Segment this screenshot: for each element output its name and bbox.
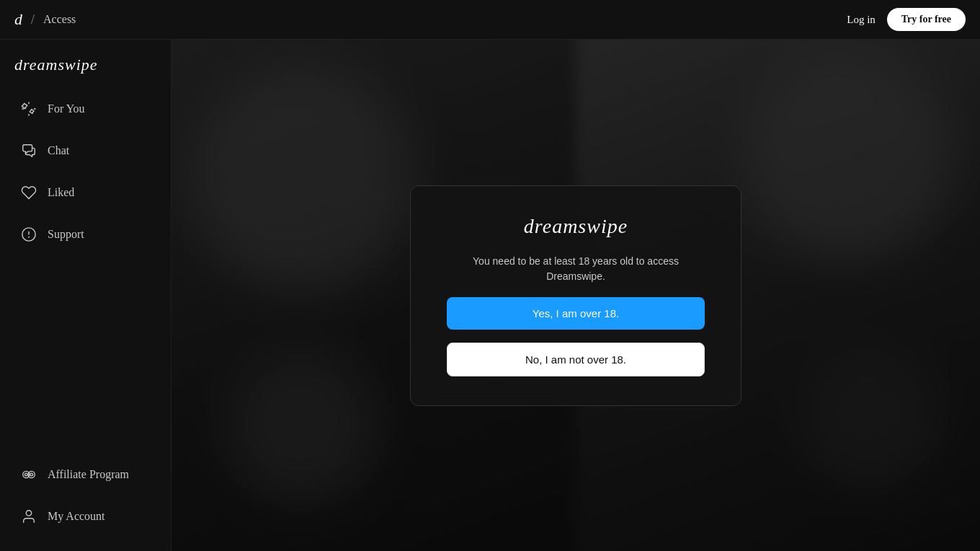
svg-point-7 — [26, 511, 31, 516]
header-access-label: Access — [43, 13, 76, 26]
header-right: Log in Try for free — [847, 8, 966, 31]
sidebar-logo: dreamswipe — [0, 47, 171, 89]
sidebar-item-liked[interactable]: Liked — [6, 172, 165, 213]
header-logo-d: d — [14, 10, 22, 29]
sidebar-item-chat-label: Chat — [48, 144, 69, 157]
header-left: d / Access — [14, 10, 847, 29]
sidebar-item-liked-label: Liked — [48, 186, 74, 199]
sidebar-item-support-label: Support — [48, 228, 84, 241]
header: d / Access Log in Try for free — [0, 0, 980, 40]
svg-point-6 — [30, 473, 33, 476]
sparkles-icon — [20, 100, 37, 118]
chat-icon — [20, 142, 37, 159]
modal-message: You need to be at least 18 years old to … — [447, 254, 705, 284]
sidebar-item-affiliate[interactable]: Affiliate Program — [6, 454, 165, 495]
sidebar-nav: For You Chat Liked — [0, 89, 171, 454]
info-icon — [20, 226, 37, 243]
login-button[interactable]: Log in — [847, 14, 876, 26]
sidebar-bottom: Affiliate Program My Account — [0, 454, 171, 544]
sidebar-item-chat[interactable]: Chat — [6, 131, 165, 171]
content-area: dreamswipe You need to be at least 18 ye… — [172, 40, 980, 551]
modal-logo: dreamswipe — [524, 215, 628, 238]
main-layout: dreamswipe For You Cha — [0, 40, 980, 551]
confirm-age-no-button[interactable]: No, I am not over 18. — [447, 343, 705, 376]
sidebar-item-my-account[interactable]: My Account — [6, 496, 165, 537]
sidebar-item-for-you-label: For You — [48, 102, 85, 115]
sidebar: dreamswipe For You Cha — [0, 40, 172, 551]
sidebar-item-support[interactable]: Support — [6, 214, 165, 255]
age-verification-modal: dreamswipe You need to be at least 18 ye… — [410, 185, 741, 406]
header-slash: / — [31, 12, 35, 27]
heart-icon — [20, 184, 37, 201]
svg-point-5 — [25, 473, 28, 476]
confirm-age-yes-button[interactable]: Yes, I am over 18. — [447, 297, 705, 330]
user-icon — [20, 508, 37, 525]
coins-icon — [20, 466, 37, 483]
modal-overlay: dreamswipe You need to be at least 18 ye… — [172, 40, 980, 551]
try-free-button[interactable]: Try for free — [887, 8, 966, 31]
sidebar-item-affiliate-label: Affiliate Program — [48, 468, 129, 481]
sidebar-item-my-account-label: My Account — [48, 510, 105, 523]
sidebar-item-for-you[interactable]: For You — [6, 89, 165, 129]
